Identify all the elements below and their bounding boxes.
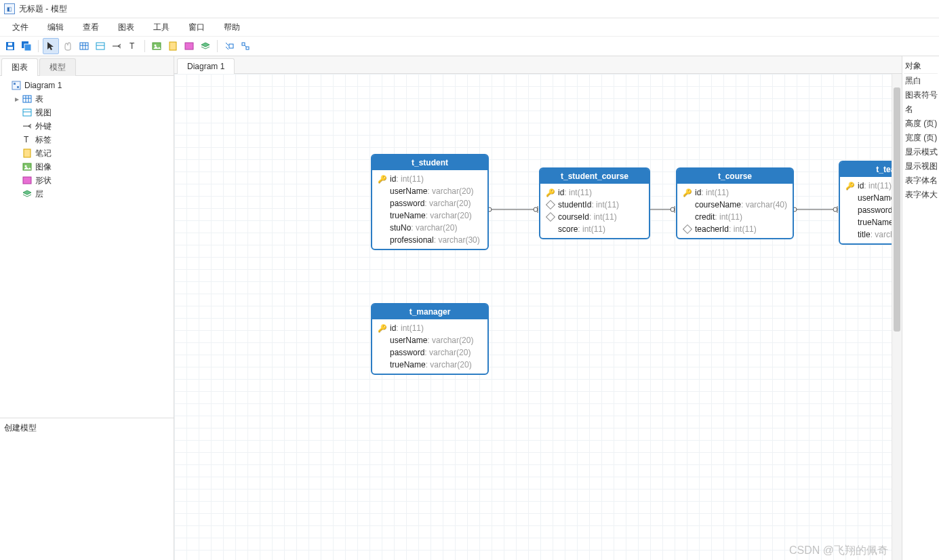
label-icon[interactable]: T xyxy=(125,39,140,54)
table-icon[interactable] xyxy=(77,39,92,54)
svg-text:T: T xyxy=(129,41,135,51)
save-icon[interactable] xyxy=(3,39,18,54)
menu-图表[interactable]: 图表 xyxy=(108,19,144,36)
column-trueName[interactable]: trueName: varchar(20) xyxy=(374,209,486,222)
tree-item-表[interactable]: ▸表 xyxy=(0,92,174,106)
save-all-icon[interactable] xyxy=(19,39,34,54)
column-name: teacherId xyxy=(695,224,729,234)
tree-item-视图[interactable]: 视图 xyxy=(0,106,174,119)
column-type: : int(11) xyxy=(396,174,424,184)
toolbar: T xyxy=(0,37,939,56)
pointer-icon[interactable] xyxy=(43,38,59,54)
tree-item-Diagram 1[interactable]: Diagram 1 xyxy=(0,79,174,92)
entity-header[interactable]: t_manager xyxy=(372,304,487,319)
prop-表字体名[interactable]: 表字体名 xyxy=(904,174,938,188)
column-name: password xyxy=(858,205,892,215)
column-score[interactable]: score: int(11) xyxy=(542,223,647,235)
prop-图表符号[interactable]: 图表符号 xyxy=(904,88,938,102)
column-courseId[interactable]: courseId: int(11) xyxy=(542,211,647,223)
column-type: : int(11) xyxy=(729,224,757,234)
column-id[interactable]: 🔑id: int(11) xyxy=(542,186,647,199)
entity-t_course[interactable]: t_course🔑id: int(11)courseName: varchar(… xyxy=(676,167,794,239)
diagram-tree[interactable]: Diagram 1▸表视图外键T标签笔记图像形状层 xyxy=(0,76,174,418)
column-studentId[interactable]: studentId: int(11) xyxy=(542,199,647,211)
menu-帮助[interactable]: 帮助 xyxy=(214,19,249,36)
column-id[interactable]: 🔑id: int(11) xyxy=(374,322,486,334)
table-icon xyxy=(22,94,33,104)
menu-查看[interactable]: 查看 xyxy=(73,19,108,36)
menu-窗口[interactable]: 窗口 xyxy=(179,19,214,36)
tree-label: 标签 xyxy=(35,134,52,146)
column-teacherId[interactable]: teacherId: int(11) xyxy=(679,223,791,235)
align-icon[interactable] xyxy=(238,39,253,54)
foreign-key-icon xyxy=(546,212,555,222)
entity-t_student_course[interactable]: t_student_course🔑id: int(11)studentId: i… xyxy=(539,167,650,239)
column-name: score xyxy=(558,224,578,234)
column-trueName[interactable]: trueName: varchar(20) xyxy=(374,359,486,371)
column-password[interactable]: password: varchar(20) xyxy=(374,346,486,359)
column-id[interactable]: 🔑id: int(11) xyxy=(374,173,486,185)
entity-header[interactable]: t_course xyxy=(677,169,793,184)
entity-header[interactable]: t_student xyxy=(372,155,487,170)
menu-文件[interactable]: 文件 xyxy=(3,19,38,36)
tree-label: 层 xyxy=(35,188,43,200)
note-icon[interactable] xyxy=(165,39,180,54)
column-name: userName xyxy=(390,186,427,196)
column-userName[interactable]: userName: varchar(20) xyxy=(374,334,486,346)
prop-黑白[interactable]: 黑白 xyxy=(904,74,938,88)
column-id[interactable]: 🔑id: int(11) xyxy=(679,186,791,199)
left-tab-图表[interactable]: 图表 xyxy=(1,58,38,76)
column-stuNo[interactable]: stuNo: varchar(20) xyxy=(374,222,486,234)
prop-宽度 (页)[interactable]: 宽度 (页) xyxy=(904,131,938,145)
relation-icon xyxy=(22,121,33,132)
scrollbar-thumb[interactable] xyxy=(894,87,900,332)
svg-line-22 xyxy=(245,45,246,47)
layer-icon xyxy=(22,188,33,199)
find-icon[interactable] xyxy=(222,39,237,54)
column-professional[interactable]: professional: varchar(30) xyxy=(374,234,486,246)
tree-item-标签[interactable]: T标签 xyxy=(0,133,174,146)
tree-item-形状[interactable]: 形状 xyxy=(0,174,174,187)
prop-显示模式[interactable]: 显示模式 xyxy=(904,145,938,159)
column-password[interactable]: password: varchar(20) xyxy=(374,197,486,209)
view-icon[interactable] xyxy=(93,39,108,54)
prop-表字体大[interactable]: 表字体大 xyxy=(904,188,938,202)
column-type: : varchar(20) xyxy=(424,348,471,357)
vertical-scrollbar[interactable] xyxy=(892,74,902,560)
entity-t_student[interactable]: t_student🔑id: int(11)userName: varchar(2… xyxy=(371,154,489,250)
column-userName[interactable]: userName: varchar(20) xyxy=(374,185,486,197)
svg-rect-5 xyxy=(80,43,88,49)
svg-rect-26 xyxy=(23,96,31,102)
column-name: courseId xyxy=(558,212,589,222)
column-name: professional xyxy=(390,235,434,245)
svg-rect-9 xyxy=(96,43,104,49)
svg-rect-2 xyxy=(8,43,12,45)
entity-header[interactable]: t_student_course xyxy=(540,169,649,184)
left-tab-模型[interactable]: 模型 xyxy=(39,58,76,76)
layer-icon[interactable] xyxy=(198,39,213,54)
column-name: title xyxy=(858,230,871,239)
prop-高度 (页)[interactable]: 高度 (页) xyxy=(904,117,938,131)
hand-icon[interactable] xyxy=(60,39,75,54)
prop-显示视图[interactable]: 显示视图 xyxy=(904,159,938,174)
menu-编辑[interactable]: 编辑 xyxy=(38,19,73,36)
image-icon[interactable] xyxy=(149,39,164,54)
entity-t_manager[interactable]: t_manager🔑id: int(11)userName: varchar(2… xyxy=(371,303,489,375)
tree-item-外键[interactable]: 外键 xyxy=(0,119,174,133)
menu-工具[interactable]: 工具 xyxy=(144,19,179,36)
tree-item-笔记[interactable]: 笔记 xyxy=(0,146,174,160)
tree-item-层[interactable]: 层 xyxy=(0,187,174,201)
svg-line-18 xyxy=(226,47,228,49)
relation-icon[interactable] xyxy=(109,39,124,54)
column-name: id xyxy=(558,188,564,197)
prop-名[interactable]: 名 xyxy=(904,102,938,117)
diagram-canvas[interactable]: t_student🔑id: int(11)userName: varchar(2… xyxy=(174,74,902,560)
shape-icon[interactable] xyxy=(182,39,197,54)
column-courseName[interactable]: courseName: varchar(40) xyxy=(679,199,791,211)
bottom-pane-label: 创建模型 xyxy=(4,423,37,433)
tree-item-图像[interactable]: 图像 xyxy=(0,160,174,174)
column-credit[interactable]: credit: int(11) xyxy=(679,211,791,223)
column-name: trueName xyxy=(390,360,426,369)
column-name: trueName xyxy=(858,218,894,227)
center-tab-Diagram 1[interactable]: Diagram 1 xyxy=(177,58,235,74)
